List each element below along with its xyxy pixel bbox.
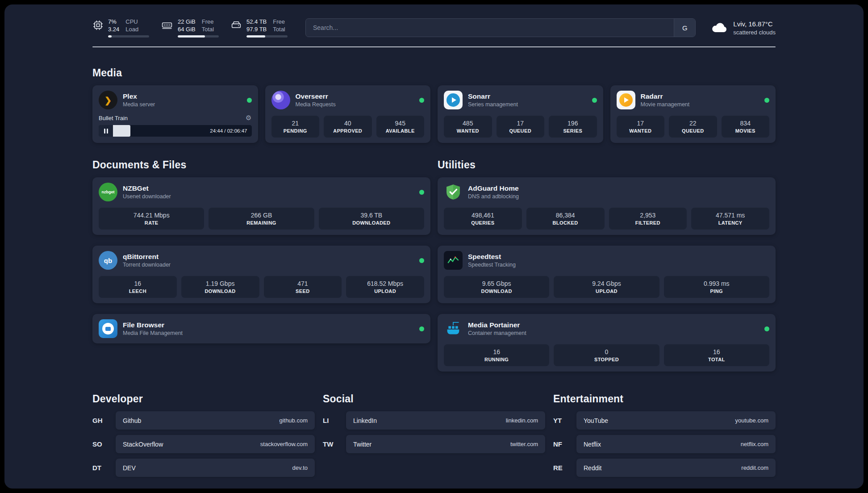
weather-location: Lviv, 16.87°C [733,20,776,29]
bookmark-netflix[interactable]: NF Netflix netflix.com [553,435,776,453]
top-bar: 7% 3.24 CPU Load [92,18,776,38]
cpu-icon [92,18,104,31]
filebrowser-icon [99,319,117,338]
cpu-label-top: CPU [125,18,138,25]
cpu-label-bottom: Load [125,25,138,33]
section-title-documents: Documents & Files [92,159,430,171]
section-documents: Documents & Files nzbget NZBGet Usenet d… [92,159,430,372]
bookmark-reddit[interactable]: RE Reddit reddit.com [553,459,776,477]
bookmark-name: Twitter [353,441,371,448]
cpu-load-value: 3.24 [108,25,119,33]
service-name: Radarr [641,92,690,100]
ram-label-bottom: Total [202,25,214,33]
stat-label: LATENCY [693,220,768,226]
service-name: NZBGet [123,184,171,192]
stat-label: DOWNLOAD [446,288,547,294]
bookmark-name: LinkedIn [353,417,377,424]
stat-tile: 266 GB REMAINING [209,208,314,230]
bookmark-linkedin[interactable]: LI LinkedIn linkedin.com [323,411,545,430]
stat-value: 9.65 Gbps [446,280,547,288]
service-card-speedtest[interactable]: Speedtest Speedtest Tracking 9.65 Gbps D… [438,246,776,303]
status-dot [764,326,769,331]
bookmark-stackoverflow[interactable]: SO StackOverflow stackoverflow.com [92,435,315,453]
stat-value: 39.6 TB [321,211,422,219]
bookmark-name: DEV [123,464,136,472]
stat-value: 86,384 [528,211,603,219]
search-input[interactable] [306,19,674,37]
search-engine-button[interactable]: G [674,19,695,37]
bookmark-name: StackOverflow [123,441,163,448]
bookmark-dev[interactable]: DT DEV dev.to [92,459,315,477]
stat-label: BLOCKED [528,220,603,226]
ram-free-value: 22 GiB [178,18,196,25]
stat-tile: 17 WANTED [617,116,665,138]
service-card-filebrowser[interactable]: File Browser Media File Management [92,314,430,343]
stat-value: 834 [723,119,768,127]
stat-label: SEED [266,288,340,294]
service-name: Overseerr [296,92,336,100]
stat-tile: 196 SERIES [549,116,597,138]
cpu-percent: 7% [108,18,119,25]
service-name: Sonarr [468,92,518,100]
stat-tile: 485 WANTED [444,116,492,138]
qbittorrent-icon: qb [99,251,117,270]
bookmark-abbr: LI [323,417,340,424]
status-dot [247,98,252,103]
bookmark-url: stackoverflow.com [260,441,308,447]
service-card-radarr[interactable]: Radarr Movie management 17 WANTED 22 QUE… [610,85,776,143]
section-media: Media Plex Media server Bullet Tra [92,67,776,143]
service-card-portainer[interactable]: Media Portainer Container management 16 … [438,314,776,372]
bookmark-url: dev.to [292,464,308,471]
stat-value: 471 [266,280,340,288]
settings-gear-icon[interactable] [246,114,251,122]
stat-value: 47.571 ms [693,211,768,219]
stat-tile: 9.65 Gbps DOWNLOAD [444,276,549,298]
stat-tile: 834 MOVIES [722,116,770,138]
stat-tile: 17 QUEUED [497,116,545,138]
seek-bar[interactable] [113,125,205,137]
section-utilities: Utilities [438,159,776,372]
bookmark-group-title: Developer [92,393,315,405]
qbittorrent-icon-text: qb [104,257,112,264]
stat-tile: 86,384 BLOCKED [526,208,605,230]
dashboard: 7% 3.24 CPU Load [4,4,864,489]
status-dot [419,98,424,103]
stat-value: 40 [326,119,370,127]
bookmark-group-social: Social LI LinkedIn linkedin.com TW Twitt… [323,393,545,477]
overseerr-icon [271,91,290,109]
bookmark-url: twitter.com [510,441,538,447]
service-card-overseerr[interactable]: Overseerr Media Requests 21 PENDING 40 A… [265,85,431,143]
stat-label: QUEUED [671,128,715,134]
service-card-adguard[interactable]: AdGuard Home DNS and adblocking 498,461 … [438,177,776,235]
bookmark-youtube[interactable]: YT YouTube youtube.com [553,411,776,430]
bookmark-abbr: GH [92,417,109,424]
stat-tile: 744.21 Mbps RATE [99,208,204,230]
stat-value: 9.24 Gbps [555,280,657,288]
service-card-qbittorrent[interactable]: qb qBittorrent Torrent downloader 16 [92,246,430,303]
bookmark-name: Reddit [584,464,601,472]
stat-value: 17 [618,119,663,127]
stat-label: UPLOAD [555,288,657,294]
portainer-whale-icon [444,319,463,338]
pause-button[interactable] [99,125,113,137]
service-desc: Series management [468,101,518,108]
stat-label: RUNNING [446,357,547,362]
stat-value: 22 [671,119,715,127]
bookmark-twitter[interactable]: TW Twitter twitter.com [323,435,545,453]
service-card-sonarr[interactable]: Sonarr Series management 485 WANTED 17 Q… [438,85,603,143]
stat-value: 1.19 Gbps [183,280,258,288]
stat-label: QUERIES [446,220,520,226]
service-desc: Container management [468,330,526,336]
stat-value: 2,953 [611,211,685,219]
service-name: AdGuard Home [468,184,519,192]
service-name: Media Portainer [468,321,526,329]
bookmark-github[interactable]: GH Github github.com [92,411,315,430]
disk-widget: 52.4 TB 97.9 TB Free Total [230,18,288,38]
stat-label: TOTAL [666,357,768,362]
weather-widget: Lviv, 16.87°C scattered clouds [711,20,776,36]
stat-tile: 22 QUEUED [669,116,717,138]
plex-now-playing: Bullet Train 24:44 / 02:06:47 [99,114,252,137]
bookmark-abbr: YT [553,417,570,424]
service-card-nzbget[interactable]: nzbget NZBGet Usenet downloader 744.21 M… [92,177,430,235]
service-card-plex[interactable]: Plex Media server Bullet Train [92,85,258,143]
